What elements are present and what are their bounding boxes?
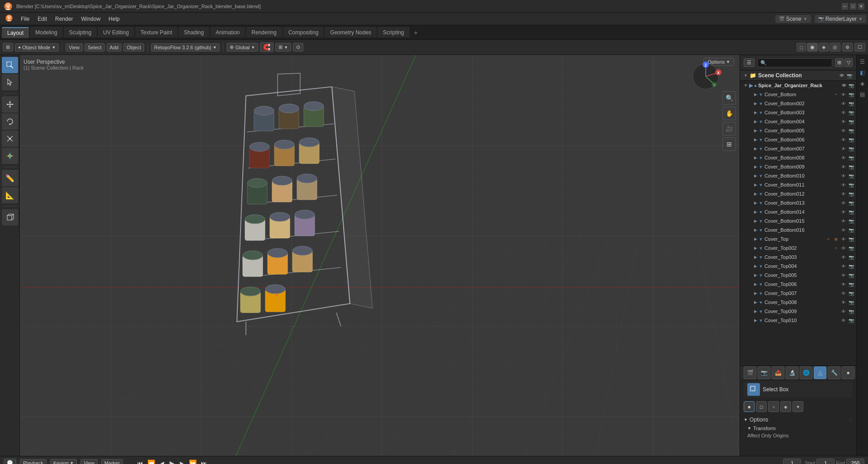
select-menu[interactable]: Select — [85, 43, 105, 52]
mode-selector[interactable]: ● Object Mode ▼ — [15, 43, 59, 52]
timeline-type-btn[interactable]: 🕐 — [4, 459, 16, 464]
prop-modifier-btn[interactable]: 🔧 — [828, 366, 840, 379]
mode-set-btn3[interactable]: ○ — [768, 401, 779, 412]
mode-set-btn5[interactable]: ✦ — [793, 401, 803, 412]
play-btn[interactable]: ▶ — [168, 459, 176, 464]
rp-icon-outliner[interactable]: ☰ — [858, 57, 868, 67]
jump-end-btn[interactable]: ⏭ — [199, 459, 208, 464]
coll-render[interactable]: 📷 — [848, 82, 854, 89]
item-data-icon-top2[interactable]: ≋ — [833, 236, 839, 242]
outliner-search[interactable] — [757, 58, 832, 67]
outliner-item-cover-bottom015[interactable]: ▶ ▼ Cover_Bottom015 👁 📷 — [740, 216, 856, 225]
outliner-filter2[interactable]: ▽ — [844, 58, 853, 67]
menu-edit[interactable]: Edit — [34, 15, 51, 23]
tab-modeling[interactable]: Modeling — [30, 27, 63, 37]
outliner-filter[interactable]: ⊞ — [835, 58, 844, 67]
prev-frame-btn[interactable]: ⏪ — [146, 459, 156, 464]
prop-material-btn[interactable]: ● — [842, 366, 854, 379]
outliner-item-cover-bottom009[interactable]: ▶ ▼ Cover_Bottom009 👁 📷 — [740, 162, 856, 171]
prop-render-btn[interactable]: 📷 — [758, 366, 770, 379]
item-data-icon-top[interactable]: ~ — [825, 236, 831, 242]
outliner-item-cover-bottom016[interactable]: ▶ ▼ Cover_Bottom016 👁 📷 — [740, 225, 856, 234]
outliner-item-cover-bottom012[interactable]: ▶ ▼ Cover_Bottom012 👁 📷 — [740, 189, 856, 198]
transform-collapse[interactable]: ▼ Transform — [747, 425, 849, 432]
outliner-item-cover-top003[interactable]: ▶ ▼ Cover_Top003 👁 📷 — [740, 253, 856, 262]
outliner-item-cover-bottom014[interactable]: ▶ ▼ Cover_Bottom014 👁 📷 — [740, 207, 856, 216]
tab-uv-editing[interactable]: UV Editing — [98, 27, 134, 37]
mode-set-btn4[interactable]: ◈ — [780, 401, 791, 412]
tab-layout[interactable]: Layout — [2, 27, 29, 38]
marker-btn[interactable]: Marker — [101, 459, 123, 464]
close-button[interactable]: ✕ — [858, 3, 864, 9]
view-menu[interactable]: View — [66, 43, 83, 52]
outliner-item-cover-top009[interactable]: ▶ ▼ Cover_Top009 👁 📷 — [740, 307, 856, 316]
menu-file[interactable]: File — [17, 15, 33, 23]
tab-scripting[interactable]: Scripting — [377, 27, 410, 37]
maximize-button[interactable]: □ — [850, 3, 856, 9]
next-frame-btn[interactable]: ⏩ — [188, 459, 198, 464]
outliner-item-cover-bottom013[interactable]: ▶ ▼ Cover_Bottom013 👁 📷 — [740, 198, 856, 207]
item-data-icon[interactable]: ~ — [833, 91, 839, 98]
outliner-item-cover-bottom008[interactable]: ▶ ▼ Cover_Bottom008 👁 📷 — [740, 153, 856, 162]
rp-icon-properties[interactable]: ◧ — [858, 68, 868, 78]
tool-rotate[interactable] — [2, 113, 18, 130]
outliner-item-cover-bottom002[interactable]: ▶ ▼ Cover_Bottom002 👁 📷 — [740, 99, 856, 108]
outliner-item-cover-top005[interactable]: ▶ ▼ Cover_Top005 👁 📷 — [740, 271, 856, 280]
tab-shading[interactable]: Shading — [179, 27, 209, 37]
outliner-item-cover-top004[interactable]: ▶ ▼ Cover_Top004 👁 📷 — [740, 262, 856, 271]
tool-select[interactable] — [2, 57, 18, 73]
current-frame-input[interactable] — [783, 459, 801, 464]
prev-keyframe-btn[interactable]: ◄ — [158, 459, 167, 464]
snap-element[interactable]: ⊞ ▼ — [275, 43, 291, 52]
shading-material[interactable]: ◈ — [819, 43, 829, 52]
xray-toggle[interactable]: ☐ — [854, 43, 865, 52]
prop-view-btn[interactable]: 🔬 — [786, 366, 798, 379]
jump-start-btn[interactable]: ⏮ — [136, 459, 145, 464]
menu-window[interactable]: Window — [77, 15, 104, 23]
start-frame-input[interactable] — [816, 459, 835, 464]
zoom-gizmo[interactable]: 🔍 — [722, 91, 736, 105]
outliner-item-cover-top[interactable]: ▶ ▼ Cover_Top ~ ≋ 👁 📷 — [740, 234, 856, 244]
editor-type-button[interactable]: ⊞ — [3, 43, 13, 52]
timeline-view-btn[interactable]: View — [80, 459, 98, 464]
tool-annotate[interactable]: ✏️ — [2, 170, 18, 186]
scene-collection-header[interactable]: ▼ 📁 Scene Collection 👁 📷 — [740, 70, 856, 81]
tab-rendering[interactable]: Rendering — [246, 27, 282, 37]
outliner-item-cover-top006[interactable]: ▶ ▼ Cover_Top006 👁 📷 — [740, 280, 856, 289]
shading-rendered[interactable]: ◎ — [830, 43, 840, 52]
tab-texture-paint[interactable]: Texture Paint — [135, 27, 178, 37]
proportional-editing[interactable]: ⊙ — [293, 43, 303, 52]
ortho-gizmo[interactable]: ⊞ — [722, 137, 736, 151]
viewport[interactable]: User Perspective (1) Scene Collection | … — [20, 55, 740, 456]
add-workspace-button[interactable]: + — [410, 27, 421, 38]
tool-transform[interactable] — [2, 148, 18, 164]
menu-blender[interactable] — [2, 14, 16, 24]
shading-wireframe[interactable]: □ — [797, 43, 806, 52]
coll-vis[interactable]: 👁 — [841, 82, 847, 89]
outliner-item-cover-bottom[interactable]: ▶ ▼ Cover_Bottom ~ 👁 📷 — [740, 90, 856, 99]
tab-geometry-nodes[interactable]: Geometry Nodes — [325, 27, 377, 37]
rp-icon-nodes[interactable]: ◈ — [858, 79, 868, 89]
snap-toggle[interactable]: 🧲 — [260, 42, 274, 52]
shading-solid[interactable]: ◉ — [807, 43, 818, 52]
outliner-item-cover-bottom004[interactable]: ▶ ▼ Cover_Bottom004 👁 📷 — [740, 117, 856, 126]
rp-icon-sequence[interactable]: ▤ — [858, 89, 868, 99]
keying-btn[interactable]: Keying ▼ — [50, 459, 77, 464]
prop-scene-btn[interactable]: 🎬 — [744, 366, 756, 379]
camera-gizmo[interactable]: 🎥 — [722, 122, 736, 136]
outliner-item-cover-top010[interactable]: ▶ ▼ Cover_Top010 👁 📷 — [740, 316, 856, 325]
menu-help[interactable]: Help — [105, 15, 123, 23]
pan-gizmo[interactable]: ✋ — [722, 107, 736, 120]
outliner-item-cover-bottom003[interactable]: ▶ ▼ Cover_Bottom003 👁 📷 — [740, 108, 856, 117]
add-menu[interactable]: Add — [107, 43, 122, 52]
renderlayer-selector[interactable]: 📷 RenderLayer ▼ — [815, 15, 866, 23]
scene-render-icon[interactable]: 📷 — [846, 72, 853, 79]
minimize-button[interactable]: ─ — [842, 3, 848, 9]
scene-selector[interactable]: 🎬 Scene ▼ — [775, 15, 811, 23]
tool-add-cube[interactable] — [2, 209, 18, 225]
options-collapse[interactable]: ▼ Options ⋮ — [744, 416, 853, 424]
prop-world-btn[interactable]: 🌐 — [800, 366, 812, 379]
tool-scale[interactable] — [2, 131, 18, 147]
prop-object-btn[interactable]: △ — [814, 366, 826, 379]
tool-move[interactable] — [2, 96, 18, 112]
